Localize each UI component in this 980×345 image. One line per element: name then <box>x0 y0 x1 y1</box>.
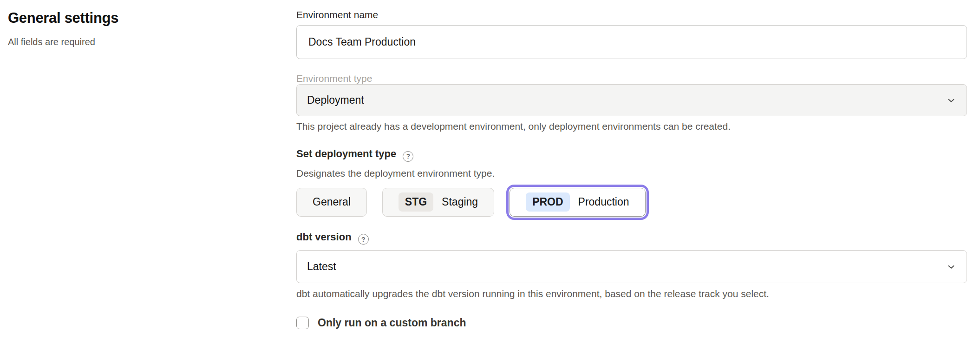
help-circle-icon[interactable]: ? <box>403 151 413 162</box>
deployment-type-production-button[interactable]: PROD Production <box>510 188 645 217</box>
deployment-type-description: Designates the deployment environment ty… <box>296 168 967 179</box>
help-circle-icon[interactable]: ? <box>358 234 369 245</box>
environment-name-label: Environment name <box>296 9 967 20</box>
deployment-type-production-label: Production <box>578 196 629 208</box>
environment-type-label: Environment type <box>296 73 967 84</box>
general-settings-form: Environment name Environment type Deploy… <box>296 9 967 329</box>
page-subtitle: All fields are required <box>8 36 268 47</box>
dbt-version-label: dbt version ? <box>296 231 967 245</box>
general-settings-page: General settings All fields are required… <box>0 0 980 345</box>
dbt-version-select[interactable]: Latest <box>296 250 967 283</box>
page-title: General settings <box>8 9 268 27</box>
environment-name-input[interactable] <box>296 25 967 59</box>
environment-type-helper: This project already has a development e… <box>296 121 967 132</box>
chevron-down-icon <box>946 95 956 106</box>
settings-intro: General settings All fields are required <box>8 9 268 47</box>
production-badge: PROD <box>526 192 569 212</box>
staging-badge: STG <box>399 192 433 212</box>
deployment-type-staging-button[interactable]: STG Staging <box>382 188 494 217</box>
environment-type-value: Deployment <box>307 94 364 106</box>
deployment-type-general-label: General <box>313 196 351 208</box>
environment-type-select[interactable]: Deployment <box>296 84 967 116</box>
custom-branch-label[interactable]: Only run on a custom branch <box>318 317 466 329</box>
deployment-type-options: General STG Staging PROD Production <box>296 188 967 217</box>
deployment-type-label: Set deployment type ? <box>296 148 967 162</box>
deployment-type-staging-label: Staging <box>442 196 478 208</box>
custom-branch-checkbox[interactable] <box>296 317 309 329</box>
dbt-version-label-text: dbt version <box>296 231 352 243</box>
dbt-version-helper: dbt automatically upgrades the dbt versi… <box>296 288 967 299</box>
deployment-type-general-button[interactable]: General <box>296 188 367 217</box>
custom-branch-row: Only run on a custom branch <box>296 317 967 329</box>
deployment-type-label-text: Set deployment type <box>296 148 396 159</box>
dbt-version-value: Latest <box>307 260 336 273</box>
chevron-down-icon <box>946 262 956 272</box>
